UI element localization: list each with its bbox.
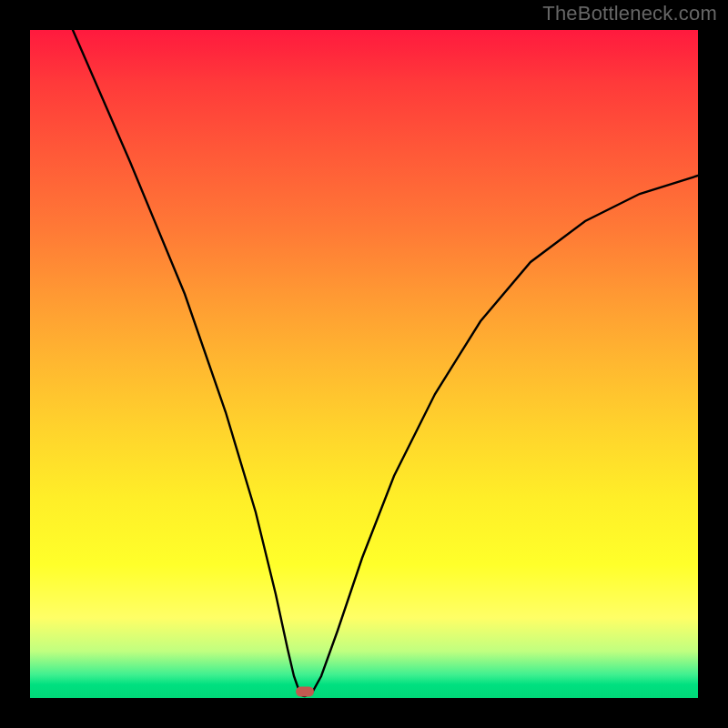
bottleneck-curve [73, 30, 698, 696]
chart-plot-area [30, 30, 698, 698]
watermark-text: TheBottleneck.com [542, 2, 717, 25]
minimum-marker [296, 687, 314, 697]
curve-svg [30, 30, 698, 698]
